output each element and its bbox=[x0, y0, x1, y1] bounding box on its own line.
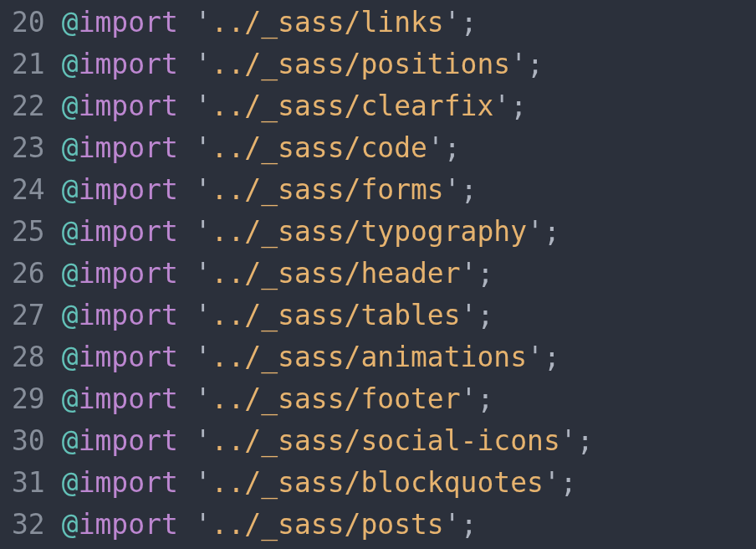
code-line[interactable]: @import '../_sass/tables'; bbox=[62, 295, 756, 336]
quote-open-token: ' bbox=[195, 215, 212, 248]
line-number: 27 bbox=[12, 295, 45, 336]
at-token: @ bbox=[62, 341, 79, 373]
line-number: 24 bbox=[12, 169, 45, 211]
at-token: @ bbox=[62, 382, 79, 415]
line-number: 20 bbox=[12, 2, 45, 44]
code-line[interactable]: @import '../_sass/links'; bbox=[62, 2, 756, 44]
code-line[interactable]: @import '../_sass/positions'; bbox=[62, 44, 756, 85]
line-number: 29 bbox=[12, 378, 45, 420]
code-area[interactable]: @import '../_sass/links';@import '../_sa… bbox=[54, 0, 756, 549]
at-token: @ bbox=[62, 6, 79, 38]
quote-close-token: ' bbox=[461, 382, 478, 415]
quote-close-token: ' bbox=[427, 131, 444, 164]
import-keyword: import bbox=[79, 131, 178, 164]
quote-open-token: ' bbox=[195, 257, 212, 290]
at-token: @ bbox=[62, 257, 79, 290]
import-keyword: import bbox=[79, 90, 178, 122]
at-token: @ bbox=[62, 508, 79, 541]
semicolon-token: ; bbox=[510, 90, 527, 122]
quote-close-token: ' bbox=[493, 90, 510, 122]
quote-open-token: ' bbox=[195, 466, 212, 499]
semicolon-token: ; bbox=[477, 382, 493, 415]
import-path: ../_sass/tables bbox=[212, 299, 461, 331]
at-token: @ bbox=[62, 90, 79, 122]
code-editor[interactable]: 20212223242526272829303132 @import '../_… bbox=[0, 0, 756, 549]
import-path: ../_sass/posts bbox=[212, 508, 444, 541]
semicolon-token: ; bbox=[577, 424, 594, 457]
import-path: ../_sass/typography bbox=[212, 215, 528, 248]
quote-close-token: ' bbox=[560, 424, 577, 457]
line-number-gutter: 20212223242526272829303132 bbox=[0, 0, 54, 549]
space-token bbox=[178, 6, 195, 38]
code-line[interactable]: @import '../_sass/social-icons'; bbox=[62, 420, 756, 462]
quote-open-token: ' bbox=[195, 382, 212, 415]
code-line[interactable]: @import '../_sass/header'; bbox=[62, 253, 756, 295]
code-line[interactable]: @import '../_sass/typography'; bbox=[62, 211, 756, 253]
space-token bbox=[178, 508, 195, 541]
import-keyword: import bbox=[79, 48, 178, 80]
import-keyword: import bbox=[79, 173, 178, 206]
line-number: 23 bbox=[12, 127, 45, 169]
quote-close-token: ' bbox=[444, 508, 461, 541]
import-path: ../_sass/blockquotes bbox=[212, 466, 544, 499]
line-number: 28 bbox=[12, 336, 45, 378]
quote-open-token: ' bbox=[195, 508, 212, 541]
line-number: 25 bbox=[12, 211, 45, 253]
quote-open-token: ' bbox=[195, 131, 212, 164]
semicolon-token: ; bbox=[477, 299, 493, 331]
quote-open-token: ' bbox=[195, 341, 212, 373]
space-token bbox=[178, 424, 195, 457]
quote-close-token: ' bbox=[444, 173, 461, 206]
import-keyword: import bbox=[79, 424, 178, 457]
semicolon-token: ; bbox=[461, 508, 478, 541]
semicolon-token: ; bbox=[527, 48, 544, 80]
quote-close-token: ' bbox=[461, 257, 478, 290]
import-path: ../_sass/forms bbox=[212, 173, 444, 206]
semicolon-token: ; bbox=[477, 257, 493, 290]
import-keyword: import bbox=[79, 341, 178, 373]
import-path: ../_sass/code bbox=[212, 131, 427, 164]
line-number: 26 bbox=[12, 253, 45, 295]
space-token bbox=[178, 173, 195, 206]
import-path: ../_sass/social-icons bbox=[212, 424, 560, 457]
space-token bbox=[178, 131, 195, 164]
import-keyword: import bbox=[79, 466, 178, 499]
at-token: @ bbox=[62, 173, 79, 206]
semicolon-token: ; bbox=[544, 215, 560, 248]
code-line[interactable]: @import '../_sass/forms'; bbox=[62, 169, 756, 211]
code-line[interactable]: @import '../_sass/posts'; bbox=[62, 504, 756, 546]
quote-open-token: ' bbox=[195, 48, 212, 80]
line-number: 30 bbox=[12, 420, 45, 462]
import-keyword: import bbox=[79, 299, 178, 331]
import-path: ../_sass/footer bbox=[212, 382, 461, 415]
space-token bbox=[178, 341, 195, 373]
import-path: ../_sass/animations bbox=[212, 341, 528, 373]
space-token bbox=[178, 48, 195, 80]
code-line[interactable]: @import '../_sass/blockquotes'; bbox=[62, 462, 756, 504]
at-token: @ bbox=[62, 48, 79, 80]
quote-open-token: ' bbox=[195, 173, 212, 206]
quote-open-token: ' bbox=[195, 90, 212, 122]
semicolon-token: ; bbox=[560, 466, 577, 499]
quote-open-token: ' bbox=[195, 424, 212, 457]
space-token bbox=[178, 257, 195, 290]
import-path: ../_sass/clearfix bbox=[212, 90, 494, 122]
semicolon-token: ; bbox=[461, 6, 478, 38]
import-keyword: import bbox=[79, 6, 178, 38]
code-line[interactable]: @import '../_sass/footer'; bbox=[62, 378, 756, 420]
quote-open-token: ' bbox=[195, 6, 212, 38]
space-token bbox=[178, 466, 195, 499]
import-keyword: import bbox=[79, 257, 178, 290]
semicolon-token: ; bbox=[461, 173, 478, 206]
at-token: @ bbox=[62, 215, 79, 248]
code-line[interactable]: @import '../_sass/code'; bbox=[62, 127, 756, 169]
import-keyword: import bbox=[79, 382, 178, 415]
space-token bbox=[178, 382, 195, 415]
semicolon-token: ; bbox=[544, 341, 560, 373]
line-number: 31 bbox=[12, 462, 45, 504]
at-token: @ bbox=[62, 466, 79, 499]
code-line[interactable]: @import '../_sass/clearfix'; bbox=[62, 85, 756, 127]
space-token bbox=[178, 215, 195, 248]
code-line[interactable]: @import '../_sass/animations'; bbox=[62, 336, 756, 378]
semicolon-token: ; bbox=[444, 131, 461, 164]
